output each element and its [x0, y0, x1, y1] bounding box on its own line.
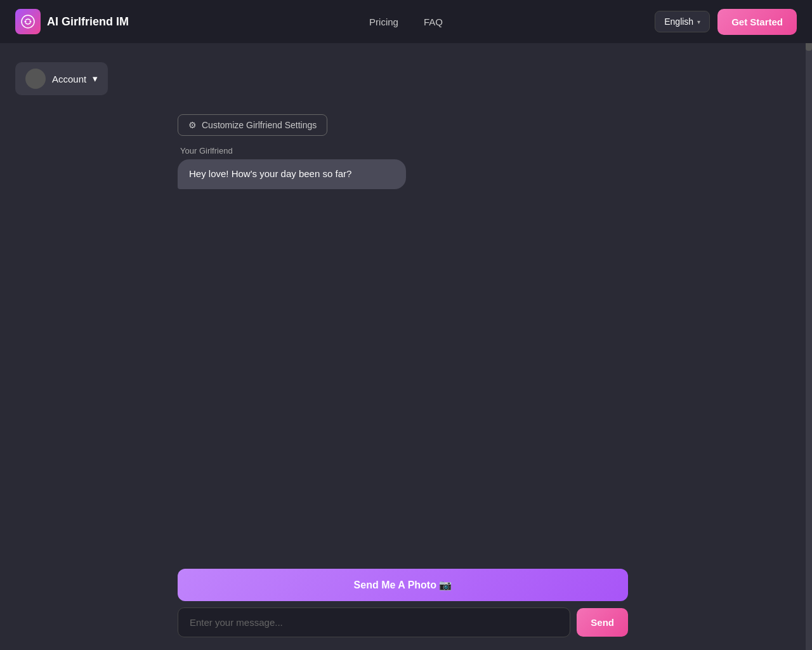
- send-button[interactable]: Send: [577, 608, 628, 637]
- message-sender: Your Girlfriend: [180, 146, 634, 156]
- main-content: Account ▾ ⚙ Customize Girlfriend Setting…: [0, 43, 812, 650]
- account-label: Account: [52, 74, 86, 84]
- nav-faq[interactable]: FAQ: [424, 17, 443, 27]
- chevron-down-icon: ▾: [697, 18, 700, 25]
- account-section: Account ▾: [0, 56, 812, 102]
- account-chevron-icon: ▾: [93, 73, 98, 84]
- message-input-row: Send: [178, 607, 628, 637]
- language-label: English: [664, 17, 693, 27]
- get-started-button[interactable]: Get Started: [717, 9, 797, 35]
- logo: AI Girlfriend IM: [15, 9, 129, 34]
- svg-point-1: [25, 21, 27, 23]
- navbar: AI Girlfriend IM Pricing FAQ English ▾ G…: [0, 0, 812, 43]
- customize-label: Customize Girlfriend Settings: [202, 120, 317, 130]
- avatar: [25, 69, 46, 89]
- app-title: AI Girlfriend IM: [47, 15, 129, 29]
- svg-point-2: [30, 21, 32, 23]
- send-photo-button[interactable]: Send Me A Photo 📷: [178, 569, 628, 601]
- message-input[interactable]: [178, 607, 570, 637]
- svg-point-0: [22, 15, 34, 28]
- account-button[interactable]: Account ▾: [15, 62, 108, 95]
- nav-right: English ▾ Get Started: [655, 9, 797, 35]
- gear-icon: ⚙: [188, 120, 197, 130]
- nav-pricing[interactable]: Pricing: [369, 17, 398, 27]
- nav-links: Pricing FAQ: [369, 17, 443, 27]
- customize-settings-button[interactable]: ⚙ Customize Girlfriend Settings: [178, 114, 327, 136]
- logo-icon: [15, 9, 41, 34]
- bottom-area: Send Me A Photo 📷 Send: [0, 561, 806, 650]
- message-section: Your Girlfriend Hey love! How's your day…: [178, 146, 634, 189]
- message-bubble: Hey love! How's your day been so far?: [178, 159, 406, 189]
- language-selector[interactable]: English ▾: [655, 11, 710, 32]
